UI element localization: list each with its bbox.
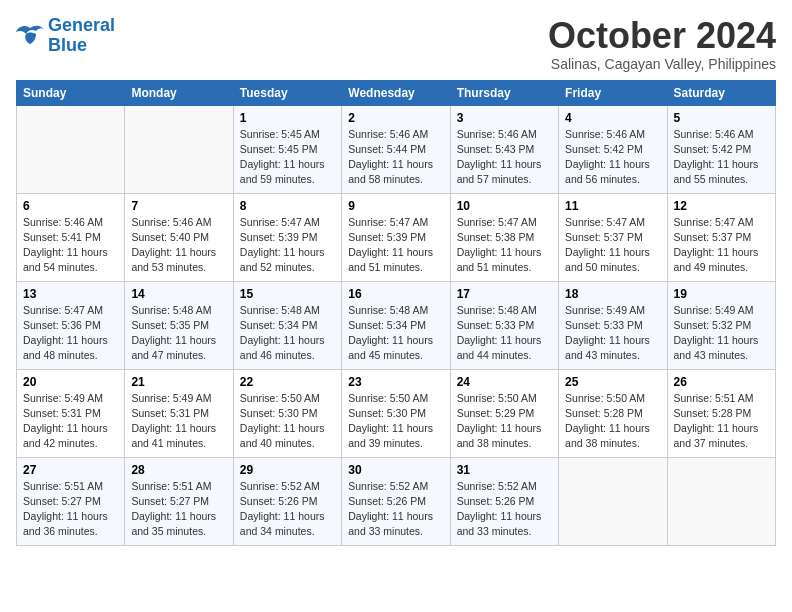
- calendar-cell: 12Sunrise: 5:47 AMSunset: 5:37 PMDayligh…: [667, 193, 775, 281]
- calendar-cell: 10Sunrise: 5:47 AMSunset: 5:38 PMDayligh…: [450, 193, 558, 281]
- day-number: 27: [23, 463, 118, 477]
- week-row-4: 20Sunrise: 5:49 AMSunset: 5:31 PMDayligh…: [17, 369, 776, 457]
- day-info: Sunrise: 5:46 AMSunset: 5:40 PMDaylight:…: [131, 215, 226, 276]
- day-info: Sunrise: 5:47 AMSunset: 5:39 PMDaylight:…: [240, 215, 335, 276]
- day-info: Sunrise: 5:47 AMSunset: 5:36 PMDaylight:…: [23, 303, 118, 364]
- week-row-5: 27Sunrise: 5:51 AMSunset: 5:27 PMDayligh…: [17, 457, 776, 545]
- day-info: Sunrise: 5:46 AMSunset: 5:42 PMDaylight:…: [674, 127, 769, 188]
- logo-blue: Blue: [48, 35, 87, 55]
- calendar-cell: 18Sunrise: 5:49 AMSunset: 5:33 PMDayligh…: [559, 281, 667, 369]
- calendar-table: SundayMondayTuesdayWednesdayThursdayFrid…: [16, 80, 776, 546]
- calendar-cell: 5Sunrise: 5:46 AMSunset: 5:42 PMDaylight…: [667, 105, 775, 193]
- logo-general: General: [48, 15, 115, 35]
- day-number: 14: [131, 287, 226, 301]
- month-title: October 2024: [548, 16, 776, 56]
- day-number: 3: [457, 111, 552, 125]
- calendar-cell: 21Sunrise: 5:49 AMSunset: 5:31 PMDayligh…: [125, 369, 233, 457]
- day-info: Sunrise: 5:52 AMSunset: 5:26 PMDaylight:…: [240, 479, 335, 540]
- calendar-cell: 28Sunrise: 5:51 AMSunset: 5:27 PMDayligh…: [125, 457, 233, 545]
- day-info: Sunrise: 5:50 AMSunset: 5:29 PMDaylight:…: [457, 391, 552, 452]
- day-number: 5: [674, 111, 769, 125]
- calendar-cell: 23Sunrise: 5:50 AMSunset: 5:30 PMDayligh…: [342, 369, 450, 457]
- day-number: 26: [674, 375, 769, 389]
- calendar-cell: 31Sunrise: 5:52 AMSunset: 5:26 PMDayligh…: [450, 457, 558, 545]
- logo: General Blue: [16, 16, 115, 56]
- header-row: SundayMondayTuesdayWednesdayThursdayFrid…: [17, 80, 776, 105]
- week-row-1: 1Sunrise: 5:45 AMSunset: 5:45 PMDaylight…: [17, 105, 776, 193]
- calendar-cell: 9Sunrise: 5:47 AMSunset: 5:39 PMDaylight…: [342, 193, 450, 281]
- day-number: 7: [131, 199, 226, 213]
- calendar-cell: 19Sunrise: 5:49 AMSunset: 5:32 PMDayligh…: [667, 281, 775, 369]
- week-row-2: 6Sunrise: 5:46 AMSunset: 5:41 PMDaylight…: [17, 193, 776, 281]
- column-header-sunday: Sunday: [17, 80, 125, 105]
- day-info: Sunrise: 5:50 AMSunset: 5:28 PMDaylight:…: [565, 391, 660, 452]
- day-number: 15: [240, 287, 335, 301]
- logo-icon: [16, 24, 44, 48]
- day-info: Sunrise: 5:45 AMSunset: 5:45 PMDaylight:…: [240, 127, 335, 188]
- column-header-saturday: Saturday: [667, 80, 775, 105]
- calendar-cell: 29Sunrise: 5:52 AMSunset: 5:26 PMDayligh…: [233, 457, 341, 545]
- column-header-friday: Friday: [559, 80, 667, 105]
- calendar-cell: 26Sunrise: 5:51 AMSunset: 5:28 PMDayligh…: [667, 369, 775, 457]
- calendar-cell: [559, 457, 667, 545]
- day-number: 6: [23, 199, 118, 213]
- day-number: 18: [565, 287, 660, 301]
- day-number: 13: [23, 287, 118, 301]
- column-header-monday: Monday: [125, 80, 233, 105]
- day-number: 30: [348, 463, 443, 477]
- calendar-cell: 11Sunrise: 5:47 AMSunset: 5:37 PMDayligh…: [559, 193, 667, 281]
- day-info: Sunrise: 5:50 AMSunset: 5:30 PMDaylight:…: [240, 391, 335, 452]
- day-number: 20: [23, 375, 118, 389]
- day-info: Sunrise: 5:46 AMSunset: 5:42 PMDaylight:…: [565, 127, 660, 188]
- calendar-cell: 20Sunrise: 5:49 AMSunset: 5:31 PMDayligh…: [17, 369, 125, 457]
- day-info: Sunrise: 5:47 AMSunset: 5:37 PMDaylight:…: [674, 215, 769, 276]
- day-number: 4: [565, 111, 660, 125]
- day-number: 1: [240, 111, 335, 125]
- calendar-cell: 14Sunrise: 5:48 AMSunset: 5:35 PMDayligh…: [125, 281, 233, 369]
- day-info: Sunrise: 5:47 AMSunset: 5:38 PMDaylight:…: [457, 215, 552, 276]
- calendar-cell: 15Sunrise: 5:48 AMSunset: 5:34 PMDayligh…: [233, 281, 341, 369]
- calendar-cell: 8Sunrise: 5:47 AMSunset: 5:39 PMDaylight…: [233, 193, 341, 281]
- location-subtitle: Salinas, Cagayan Valley, Philippines: [548, 56, 776, 72]
- day-number: 24: [457, 375, 552, 389]
- day-info: Sunrise: 5:52 AMSunset: 5:26 PMDaylight:…: [348, 479, 443, 540]
- day-number: 19: [674, 287, 769, 301]
- day-number: 12: [674, 199, 769, 213]
- day-info: Sunrise: 5:48 AMSunset: 5:34 PMDaylight:…: [240, 303, 335, 364]
- day-info: Sunrise: 5:46 AMSunset: 5:43 PMDaylight:…: [457, 127, 552, 188]
- calendar-cell: 16Sunrise: 5:48 AMSunset: 5:34 PMDayligh…: [342, 281, 450, 369]
- calendar-cell: 1Sunrise: 5:45 AMSunset: 5:45 PMDaylight…: [233, 105, 341, 193]
- day-number: 16: [348, 287, 443, 301]
- calendar-cell: 2Sunrise: 5:46 AMSunset: 5:44 PMDaylight…: [342, 105, 450, 193]
- day-info: Sunrise: 5:51 AMSunset: 5:28 PMDaylight:…: [674, 391, 769, 452]
- day-number: 10: [457, 199, 552, 213]
- calendar-cell: 25Sunrise: 5:50 AMSunset: 5:28 PMDayligh…: [559, 369, 667, 457]
- calendar-cell: [17, 105, 125, 193]
- calendar-cell: 27Sunrise: 5:51 AMSunset: 5:27 PMDayligh…: [17, 457, 125, 545]
- column-header-thursday: Thursday: [450, 80, 558, 105]
- title-block: October 2024 Salinas, Cagayan Valley, Ph…: [548, 16, 776, 72]
- day-number: 9: [348, 199, 443, 213]
- day-info: Sunrise: 5:48 AMSunset: 5:33 PMDaylight:…: [457, 303, 552, 364]
- calendar-cell: 7Sunrise: 5:46 AMSunset: 5:40 PMDaylight…: [125, 193, 233, 281]
- day-info: Sunrise: 5:46 AMSunset: 5:41 PMDaylight:…: [23, 215, 118, 276]
- calendar-cell: 22Sunrise: 5:50 AMSunset: 5:30 PMDayligh…: [233, 369, 341, 457]
- day-number: 17: [457, 287, 552, 301]
- day-number: 23: [348, 375, 443, 389]
- calendar-cell: 6Sunrise: 5:46 AMSunset: 5:41 PMDaylight…: [17, 193, 125, 281]
- calendar-cell: 30Sunrise: 5:52 AMSunset: 5:26 PMDayligh…: [342, 457, 450, 545]
- calendar-cell: 17Sunrise: 5:48 AMSunset: 5:33 PMDayligh…: [450, 281, 558, 369]
- day-info: Sunrise: 5:47 AMSunset: 5:39 PMDaylight:…: [348, 215, 443, 276]
- day-info: Sunrise: 5:49 AMSunset: 5:33 PMDaylight:…: [565, 303, 660, 364]
- day-info: Sunrise: 5:48 AMSunset: 5:34 PMDaylight:…: [348, 303, 443, 364]
- day-number: 31: [457, 463, 552, 477]
- day-number: 2: [348, 111, 443, 125]
- day-info: Sunrise: 5:52 AMSunset: 5:26 PMDaylight:…: [457, 479, 552, 540]
- day-info: Sunrise: 5:48 AMSunset: 5:35 PMDaylight:…: [131, 303, 226, 364]
- calendar-cell: [667, 457, 775, 545]
- day-number: 29: [240, 463, 335, 477]
- day-number: 8: [240, 199, 335, 213]
- page-header: General Blue October 2024 Salinas, Cagay…: [16, 16, 776, 72]
- day-info: Sunrise: 5:49 AMSunset: 5:31 PMDaylight:…: [131, 391, 226, 452]
- day-number: 25: [565, 375, 660, 389]
